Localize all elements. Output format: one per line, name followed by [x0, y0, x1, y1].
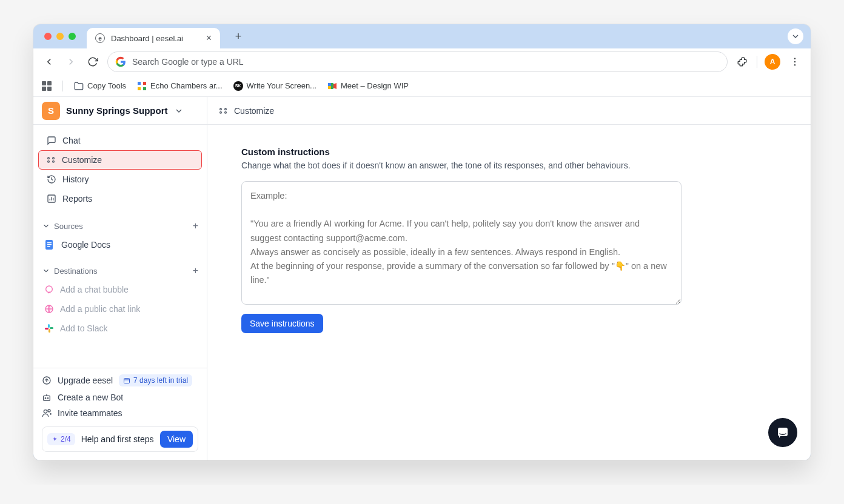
- breadcrumb-label: Customize: [234, 106, 274, 116]
- google-docs-icon: [44, 239, 55, 250]
- minimize-window-icon[interactable]: [56, 33, 64, 40]
- browser-tab[interactable]: e Dashboard | eesel.ai ×: [87, 28, 220, 48]
- tab-dropdown-button[interactable]: [788, 28, 803, 44]
- dest-public-link[interactable]: Add a public chat link: [42, 299, 198, 319]
- forward-button[interactable]: [64, 55, 78, 69]
- history-icon: [47, 174, 56, 184]
- address-bar[interactable]: Search Google or type a URL: [107, 51, 728, 72]
- upgrade-row[interactable]: Upgrade eesel 7 days left in trial: [42, 374, 198, 386]
- nav-list: Chat Customize History Reports: [33, 125, 207, 213]
- svg-marker-10: [333, 83, 337, 89]
- apps-grid-icon: [42, 81, 52, 91]
- workspace-switcher[interactable]: S Sunny Springs Support: [33, 97, 207, 125]
- destinations-header[interactable]: Destinations +: [42, 262, 198, 280]
- bot-icon: [42, 393, 52, 402]
- help-label: Help and first steps: [81, 434, 154, 444]
- menu-button[interactable]: [788, 55, 802, 69]
- save-button[interactable]: Save instructions: [241, 314, 323, 333]
- tab-title: Dashboard | eesel.ai: [111, 34, 183, 43]
- sidebar: S Sunny Springs Support Chat Customize H…: [33, 97, 207, 460]
- workspace-name: Sunny Springs Support: [66, 105, 168, 116]
- main-panel: Customize Custom instructions Change wha…: [207, 97, 811, 460]
- page-title: Custom instructions: [241, 147, 683, 157]
- svg-rect-9: [328, 86, 331, 89]
- breadcrumb-bar: Customize: [207, 97, 811, 125]
- svg-rect-21: [47, 244, 52, 245]
- svg-point-1: [794, 61, 795, 62]
- svg-rect-5: [138, 87, 141, 90]
- nav-history[interactable]: History: [39, 170, 201, 189]
- add-destination-button[interactable]: +: [193, 265, 198, 276]
- svg-rect-6: [143, 87, 146, 90]
- close-window-icon[interactable]: [44, 33, 52, 40]
- extensions-button[interactable]: [735, 55, 749, 69]
- svg-point-33: [45, 398, 45, 399]
- bookmark-meet-design-wip[interactable]: Meet – Design WIP: [327, 81, 409, 91]
- help-row: 2/4 Help and first steps View: [42, 426, 198, 452]
- sources-section: Sources + Google Docs: [33, 213, 207, 258]
- dest-slack[interactable]: Add to Slack: [42, 319, 198, 338]
- apps-button[interactable]: [42, 81, 52, 91]
- google-icon: [115, 56, 126, 67]
- invite-row[interactable]: Invite teammates: [42, 408, 198, 418]
- sliders-icon: [46, 155, 56, 165]
- svg-point-41: [225, 108, 227, 110]
- svg-point-37: [48, 409, 50, 412]
- nav-customize[interactable]: Customize: [38, 150, 202, 170]
- omnibox-placeholder: Search Google or type a URL: [132, 57, 244, 67]
- titlebar: e Dashboard | eesel.ai × +: [33, 24, 811, 48]
- source-google-docs[interactable]: Google Docs: [42, 235, 198, 254]
- instructions-textarea[interactable]: [241, 181, 682, 305]
- back-button[interactable]: [42, 55, 56, 69]
- nav-chat[interactable]: Chat: [39, 131, 201, 150]
- folder-icon: [74, 81, 84, 91]
- svg-point-14: [53, 161, 55, 162]
- sources-header[interactable]: Sources +: [42, 217, 198, 235]
- users-icon: [42, 408, 52, 418]
- intercom-launcher[interactable]: [768, 418, 797, 447]
- upgrade-icon: [42, 376, 52, 385]
- maximize-window-icon[interactable]: [69, 33, 76, 40]
- svg-rect-27: [49, 329, 50, 333]
- svg-point-40: [220, 108, 222, 110]
- reload-button[interactable]: [85, 55, 100, 69]
- workspace-badge: S: [42, 102, 60, 120]
- svg-rect-32: [44, 396, 50, 400]
- window-controls: [44, 33, 76, 40]
- svg-rect-4: [143, 82, 146, 85]
- add-source-button[interactable]: +: [193, 220, 198, 231]
- new-tab-button[interactable]: +: [230, 28, 247, 45]
- meet-icon: [327, 81, 337, 91]
- create-bot-row[interactable]: Create a new Bot: [42, 393, 198, 402]
- profile-avatar[interactable]: A: [765, 54, 780, 70]
- destinations-section: Destinations + Add a chat bubble Add a p…: [33, 258, 207, 342]
- svg-point-42: [220, 111, 222, 113]
- slack-icon: [44, 323, 54, 333]
- svg-rect-28: [45, 328, 49, 330]
- bookmark-copy-tools[interactable]: Copy Tools: [74, 81, 126, 91]
- sparkle-icon: [52, 436, 58, 443]
- content-area: Custom instructions Change what the bot …: [207, 125, 717, 355]
- svg-point-12: [53, 158, 55, 159]
- svg-rect-20: [47, 242, 52, 244]
- nav-reports[interactable]: Reports: [39, 189, 201, 208]
- dest-chat-bubble[interactable]: Add a chat bubble: [42, 280, 198, 299]
- page-subtitle: Change what the bot does if it doesn't k…: [241, 161, 683, 170]
- help-progress-badge: 2/4: [47, 433, 75, 445]
- svg-rect-44: [778, 428, 788, 436]
- calendar-icon: [123, 377, 130, 384]
- bookmark-echo-chambers[interactable]: Echo Chambers ar...: [137, 81, 223, 91]
- bookmark-write-your-screen[interactable]: SK Write Your Screen...: [233, 81, 316, 91]
- view-button[interactable]: View: [160, 431, 193, 448]
- toolbar-separator: [757, 56, 757, 68]
- svg-point-34: [47, 398, 48, 399]
- svg-point-36: [44, 410, 47, 413]
- sidebar-bottom: Upgrade eesel 7 days left in trial Creat…: [33, 368, 207, 460]
- svg-rect-22: [47, 246, 50, 247]
- chat-icon: [47, 136, 56, 145]
- svg-rect-26: [50, 327, 53, 329]
- globe-icon: [44, 304, 54, 314]
- tab-favicon: e: [95, 33, 105, 43]
- tab-close-icon[interactable]: ×: [206, 33, 212, 44]
- reports-icon: [47, 194, 56, 204]
